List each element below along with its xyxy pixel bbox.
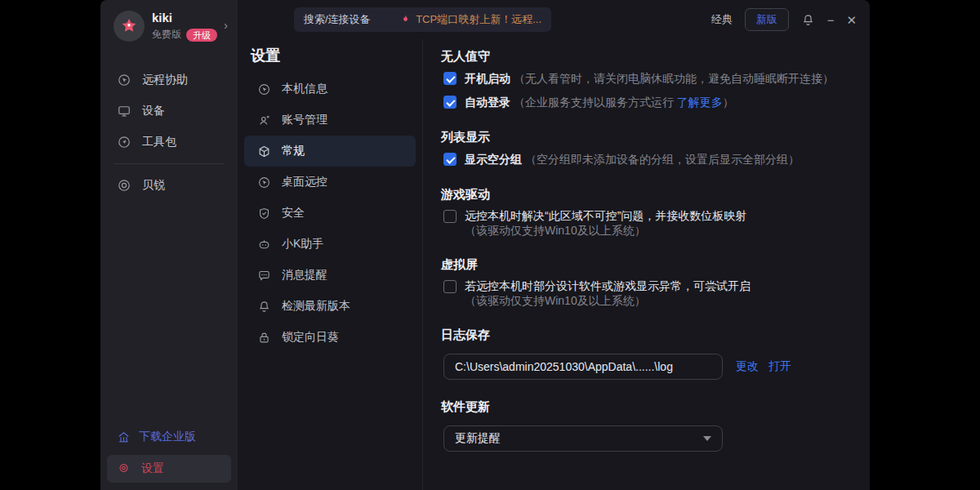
settings-title: 设置 — [238, 46, 422, 65]
local-info-icon — [257, 82, 271, 96]
virtual-screen-label: 若远控本机时部分设计软件或游戏显示异常，可尝试开启 — [465, 279, 751, 292]
classic-mode-button[interactable]: 经典 — [711, 12, 733, 27]
update-mode-value: 更新提醒 — [455, 431, 501, 446]
virtual-screen-note: （该驱动仅支持Win10及以上系统） — [465, 293, 751, 308]
nav-item-xiaok[interactable]: 小K助手 — [244, 229, 416, 260]
sidebar-item-toolkit[interactable]: 工具包 — [100, 127, 238, 158]
sidebar-item-label: 远程协助 — [142, 73, 188, 87]
device-icon — [117, 104, 131, 118]
auto-login-label: 自动登录 — [465, 96, 510, 109]
app-window: kiki 免费版 升级 › 远程协助 设备 — [100, 0, 870, 490]
sidebar-divider — [114, 163, 225, 164]
section-title-list-display: 列表显示 — [441, 128, 870, 146]
toolkit-compass-icon — [117, 135, 131, 149]
search-input[interactable]: 搜索/连接设备 — [304, 12, 371, 27]
virtual-screen-checkbox[interactable] — [443, 280, 457, 293]
flame-icon — [399, 14, 412, 26]
shield-check-icon — [257, 207, 271, 220]
search-bar[interactable]: 搜索/连接设备 TCP端口映射上新！远程... — [294, 7, 551, 32]
learn-more-link[interactable]: 了解更多 — [677, 96, 723, 109]
sidebar-item-label: 设备 — [142, 104, 165, 118]
plan-label: 免费版 — [152, 28, 181, 42]
game-driver-checkbox[interactable] — [443, 210, 457, 223]
option-show-empty-groups: 显示空分组 （空分组即未添加设备的分组，设置后显示全部分组） — [443, 151, 870, 167]
chat-bubble-icon — [257, 269, 271, 283]
option-boot-start: 开机启动 （无人看管时，请关闭电脑休眠功能，避免自动睡眠断开连接） — [443, 70, 870, 87]
sidebar-item-label: 贝锐 — [142, 178, 165, 193]
log-path-row: 更改 打开 — [443, 354, 870, 380]
chevron-right-icon[interactable]: › — [224, 18, 228, 32]
sidebar-item-oray[interactable]: 贝锐 — [100, 170, 238, 201]
nav-item-label: 安全 — [282, 206, 305, 220]
section-title-game-driver: 游戏驱动 — [441, 185, 870, 203]
show-empty-groups-checkbox[interactable] — [443, 153, 457, 166]
nav-item-label: 桌面远控 — [282, 175, 327, 189]
account-icon — [257, 114, 271, 127]
robot-icon — [257, 238, 271, 252]
nav-item-account[interactable]: 账号管理 — [244, 105, 416, 136]
user-name: kiki — [152, 11, 217, 25]
promo-text: TCP端口映射上新！远程... — [416, 12, 541, 27]
nav-item-message[interactable]: 消息提醒 — [244, 260, 416, 291]
topbar-controls: 经典 新版 − ✕ — [711, 8, 870, 31]
sidebar-item-devices[interactable]: 设备 — [100, 96, 238, 127]
section-title-unattended: 无人值守 — [441, 47, 870, 65]
chevron-down-icon — [703, 436, 711, 441]
minimize-button[interactable]: − — [827, 14, 835, 26]
sidebar-item-remote-assist[interactable]: 远程协助 — [100, 65, 238, 96]
nav-item-check-update[interactable]: 检测最新版本 — [244, 291, 416, 322]
sidebar-item-settings[interactable]: 设置 — [107, 455, 231, 483]
nav-item-local-info[interactable]: 本机信息 — [244, 74, 416, 105]
boot-start-note: （无人看管时，请关闭电脑休眠功能，避免自动睡眠断开连接） — [514, 72, 834, 85]
promo-banner[interactable]: TCP端口映射上新！远程... — [399, 12, 541, 27]
sidebar-settings-label: 设置 — [141, 461, 164, 476]
download-enterprise-link[interactable]: 下载企业版 — [107, 422, 231, 452]
option-virtual-screen: 若远控本机时部分设计软件或游戏显示异常，可尝试开启 （该驱动仅支持Win10及以… — [443, 278, 870, 308]
update-select-row: 更新提醒 — [443, 425, 870, 452]
oray-logo-icon — [117, 178, 131, 193]
open-path-link[interactable]: 打开 — [768, 359, 791, 374]
nav-item-label: 锁定向日葵 — [282, 330, 339, 345]
close-button[interactable]: ✕ — [846, 14, 857, 26]
user-profile[interactable]: kiki 免费版 升级 › — [100, 0, 238, 51]
nav-item-desktop-remote[interactable]: 桌面远控 — [244, 167, 416, 198]
nav-item-label: 检测最新版本 — [282, 299, 350, 314]
nav-item-label: 小K助手 — [282, 237, 323, 252]
option-auto-login: 自动登录 （企业服务支持以服务方式运行 了解更多） — [443, 94, 870, 110]
upgrade-badge[interactable]: 升级 — [186, 29, 217, 42]
notification-bell-icon[interactable] — [801, 13, 815, 27]
option-game-driver: 远控本机时解决“此区域不可控”问题，并接收数位板映射 （该驱动仅支持Win10及… — [443, 208, 870, 238]
avatar[interactable] — [114, 11, 145, 42]
nav-item-lock[interactable]: 锁定向日葵 — [244, 322, 416, 353]
bell-icon — [257, 300, 271, 314]
log-path-input[interactable] — [443, 354, 723, 380]
nav-item-label: 本机信息 — [282, 82, 327, 96]
nav-item-label: 账号管理 — [282, 113, 327, 127]
settings-content: 无人值守 开机启动 （无人看管时，请关闭电脑休眠功能，避免自动睡眠断开连接） 自… — [423, 39, 870, 490]
desktop-background: kiki 免费版 升级 › 远程协助 设备 — [0, 0, 980, 490]
change-path-link[interactable]: 更改 — [736, 359, 759, 374]
game-driver-label: 远控本机时解决“此区域不可控”问题，并接收数位板映射 — [465, 209, 746, 222]
cube-icon — [257, 145, 271, 158]
show-empty-groups-note: （空分组即未添加设备的分组，设置后显示全部分组） — [525, 153, 800, 166]
section-title-log-save: 日志保存 — [441, 326, 870, 344]
new-mode-button[interactable]: 新版 — [745, 8, 789, 31]
section-title-virtual-screen: 虚拟屏 — [441, 256, 870, 274]
gear-icon — [117, 462, 131, 476]
boot-start-label: 开机启动 — [465, 72, 510, 85]
boot-start-checkbox[interactable] — [443, 72, 457, 85]
remote-assist-icon — [117, 73, 131, 87]
nav-item-label: 消息提醒 — [282, 268, 327, 283]
nav-item-general[interactable]: 常规 — [244, 136, 416, 167]
auto-login-note-end: ） — [723, 96, 734, 109]
update-mode-select[interactable]: 更新提醒 — [443, 425, 723, 452]
building-icon — [117, 430, 131, 444]
sidebar-bottom: 下载企业版 设置 — [100, 422, 238, 490]
section-title-software-update: 软件更新 — [441, 398, 870, 416]
game-driver-note: （该驱动仅支持Win10及以上系统） — [465, 223, 746, 238]
nav-item-security[interactable]: 安全 — [244, 198, 416, 229]
topbar: 搜索/连接设备 TCP端口映射上新！远程... 经典 新版 − ✕ — [238, 0, 870, 39]
sidebar: kiki 免费版 升级 › 远程协助 设备 — [100, 0, 238, 490]
settings-nav: 设置 本机信息 账号管理 常规 — [238, 39, 423, 490]
auto-login-checkbox[interactable] — [443, 96, 457, 109]
